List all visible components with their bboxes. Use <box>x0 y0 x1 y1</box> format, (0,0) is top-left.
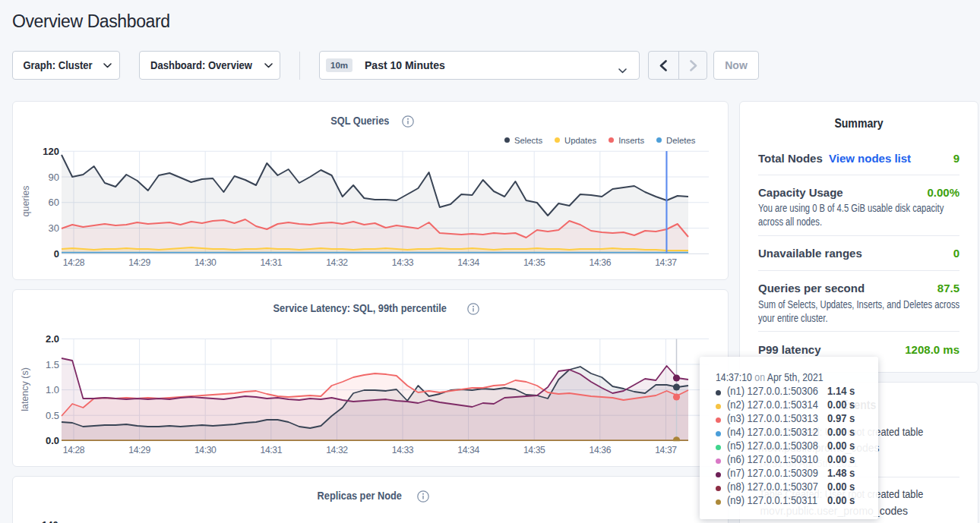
svg-text:14:37: 14:37 <box>655 257 677 268</box>
svg-text:2.0: 2.0 <box>46 333 59 345</box>
svg-text:120: 120 <box>43 146 59 157</box>
svg-text:14:31: 14:31 <box>261 445 283 455</box>
svg-text:14:30: 14:30 <box>194 445 217 455</box>
svg-text:14:32: 14:32 <box>326 257 348 268</box>
svg-text:14:29: 14:29 <box>128 257 150 268</box>
svg-text:14:34: 14:34 <box>457 445 479 455</box>
svg-text:14:34: 14:34 <box>457 257 479 268</box>
svg-text:queries: queries <box>21 186 31 217</box>
svg-text:14:36: 14:36 <box>590 445 612 455</box>
svg-text:1.0: 1.0 <box>46 384 59 395</box>
svg-text:14:37: 14:37 <box>655 445 677 455</box>
svg-text:14:31: 14:31 <box>261 257 283 268</box>
svg-text:0.0: 0.0 <box>46 435 59 446</box>
svg-text:14:35: 14:35 <box>523 257 545 268</box>
svg-text:14:28: 14:28 <box>63 445 85 455</box>
svg-text:latency (s): latency (s) <box>20 367 30 411</box>
svg-text:14:32: 14:32 <box>326 445 348 455</box>
svg-text:60: 60 <box>49 197 59 208</box>
svg-text:0.5: 0.5 <box>46 410 59 421</box>
svg-text:1.5: 1.5 <box>46 359 59 370</box>
svg-text:14:33: 14:33 <box>392 257 414 268</box>
svg-text:14:35: 14:35 <box>523 445 545 455</box>
svg-text:14:36: 14:36 <box>590 257 612 268</box>
svg-text:14:28: 14:28 <box>63 257 85 268</box>
svg-text:14:30: 14:30 <box>194 257 217 268</box>
svg-text:30: 30 <box>49 222 59 234</box>
svg-text:0: 0 <box>54 248 59 260</box>
svg-text:14:29: 14:29 <box>128 445 150 455</box>
svg-text:90: 90 <box>49 172 59 183</box>
svg-text:14:33: 14:33 <box>392 445 414 455</box>
